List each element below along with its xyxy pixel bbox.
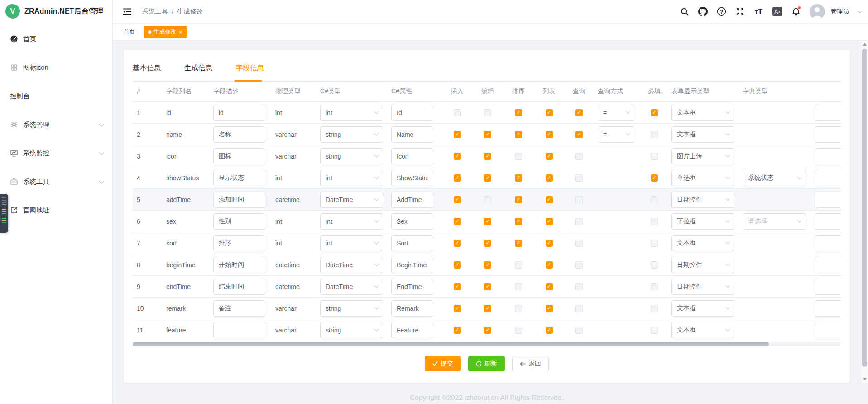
field-desc-input[interactable] (213, 322, 265, 338)
sort-checkbox[interactable] (515, 261, 522, 269)
cs-type-select[interactable]: string (320, 126, 383, 143)
refresh-button[interactable]: 刷新 (468, 356, 505, 371)
cs-prop-input[interactable] (391, 279, 433, 295)
cs-prop-input[interactable] (391, 322, 433, 338)
insert-checkbox[interactable]: ✓ (454, 218, 461, 225)
sort-checkbox[interactable]: ✓ (515, 218, 522, 225)
sidebar-item-system-admin[interactable]: 系统管理 (0, 114, 112, 135)
field-desc-input[interactable] (213, 235, 265, 251)
list-checkbox[interactable]: ✓ (546, 153, 553, 160)
display-type-select[interactable]: 文本框 (671, 105, 734, 121)
dict-type-select[interactable]: 系统状态 (743, 170, 806, 186)
cs-prop-input[interactable] (391, 300, 433, 317)
query-mode-select[interactable]: = (598, 105, 634, 121)
extra-input[interactable] (815, 279, 841, 295)
scroll-up-arrow-icon[interactable] (863, 43, 867, 46)
tab-basic-info[interactable]: 基本信息 (133, 63, 161, 73)
sort-checkbox[interactable]: ✓ (515, 109, 522, 116)
sort-checkbox[interactable] (515, 283, 522, 290)
search-icon[interactable] (680, 7, 690, 17)
field-desc-input[interactable] (213, 126, 265, 143)
cs-type-select[interactable]: string (320, 148, 383, 164)
edit-checkbox[interactable]: ✓ (484, 131, 491, 138)
list-checkbox[interactable]: ✓ (546, 109, 553, 116)
display-type-select[interactable]: 文本框 (671, 300, 734, 317)
edit-checkbox[interactable]: ✓ (484, 327, 491, 334)
cs-type-select[interactable]: string (320, 300, 383, 317)
required-checkbox[interactable]: ✓ (651, 174, 658, 182)
sort-checkbox[interactable] (515, 153, 522, 160)
submit-button[interactable]: 提交 (425, 356, 461, 371)
query-checkbox[interactable]: ✓ (575, 131, 583, 138)
user-menu-chevron-icon[interactable] (858, 9, 862, 13)
display-type-select[interactable]: 图片上传 (671, 148, 734, 164)
query-checkbox[interactable] (575, 283, 583, 290)
required-checkbox[interactable] (651, 196, 658, 203)
github-icon[interactable] (698, 7, 708, 17)
sidebar-item-website[interactable]: 官网地址 (0, 199, 112, 221)
query-checkbox[interactable] (575, 305, 583, 312)
extra-input[interactable] (815, 213, 841, 230)
query-checkbox[interactable] (575, 218, 583, 225)
display-type-select[interactable]: 文本框 (671, 235, 734, 251)
cs-prop-input[interactable] (391, 192, 433, 208)
field-desc-input[interactable] (213, 300, 265, 317)
insert-checkbox[interactable] (454, 109, 461, 116)
display-type-select[interactable]: 日期控件 (671, 279, 734, 295)
required-checkbox[interactable] (651, 240, 658, 247)
sidebar-collapse-icon[interactable] (123, 8, 132, 16)
breadcrumb-parent[interactable]: 系统工具 (142, 7, 168, 16)
cs-prop-input[interactable] (391, 213, 433, 230)
translate-icon[interactable]: Ax (772, 7, 782, 17)
cs-type-select[interactable]: DateTime (320, 279, 383, 295)
display-type-select[interactable]: 文本框 (671, 126, 734, 143)
sort-checkbox[interactable]: ✓ (515, 131, 522, 138)
field-desc-input[interactable] (213, 257, 265, 273)
field-desc-input[interactable] (213, 279, 265, 295)
fullscreen-icon[interactable] (735, 7, 745, 17)
display-type-select[interactable]: 文本框 (671, 322, 734, 338)
list-checkbox[interactable]: ✓ (546, 261, 553, 269)
insert-checkbox[interactable]: ✓ (454, 327, 461, 334)
extra-input[interactable] (815, 235, 841, 251)
list-checkbox[interactable]: ✓ (546, 218, 553, 225)
list-checkbox[interactable]: ✓ (546, 305, 553, 312)
query-mode-select[interactable]: = (598, 126, 634, 143)
edit-checkbox[interactable]: ✓ (484, 305, 491, 312)
query-checkbox[interactable] (575, 327, 583, 334)
sidebar-item-console[interactable]: 控制台 (0, 85, 112, 107)
edit-checkbox[interactable]: ✓ (484, 283, 491, 290)
extra-input[interactable] (815, 105, 841, 121)
cs-prop-input[interactable] (391, 148, 433, 164)
query-checkbox[interactable] (575, 196, 583, 203)
cs-prop-input[interactable] (391, 105, 433, 121)
font-size-icon[interactable]: TT (754, 7, 764, 17)
list-checkbox[interactable]: ✓ (546, 283, 553, 290)
cs-type-select[interactable]: DateTime (320, 192, 383, 208)
horizontal-scrollbar-thumb[interactable] (133, 342, 769, 346)
tab-generate-info[interactable]: 生成信息 (184, 63, 212, 73)
field-desc-input[interactable] (213, 148, 265, 164)
cs-prop-input[interactable] (391, 235, 433, 251)
field-desc-input[interactable] (213, 192, 265, 208)
list-checkbox[interactable]: ✓ (546, 174, 553, 182)
field-desc-input[interactable] (213, 170, 265, 186)
insert-checkbox[interactable]: ✓ (454, 261, 461, 269)
query-checkbox[interactable] (575, 240, 583, 247)
field-desc-input[interactable] (213, 213, 265, 230)
sidebar-item-icons[interactable]: 图标icon (0, 57, 112, 78)
sort-checkbox[interactable]: ✓ (515, 240, 522, 247)
edit-checkbox[interactable] (484, 109, 491, 116)
display-type-select[interactable]: 单选框 (671, 170, 734, 186)
sidebar-item-system-tools[interactable]: 系统工具 (0, 171, 112, 192)
cs-type-select[interactable]: DateTime (320, 257, 383, 273)
insert-checkbox[interactable]: ✓ (454, 131, 461, 138)
extra-input[interactable] (815, 300, 841, 317)
sort-checkbox[interactable]: ✓ (515, 174, 522, 182)
edit-checkbox[interactable]: ✓ (484, 261, 491, 269)
extra-input[interactable] (815, 170, 841, 186)
user-name[interactable]: 管理员 (831, 8, 849, 16)
cs-prop-input[interactable] (391, 126, 433, 143)
sidebar-item-home[interactable]: 首页 (0, 28, 112, 50)
sidebar-item-system-monitor[interactable]: 系统监控 (0, 142, 112, 164)
